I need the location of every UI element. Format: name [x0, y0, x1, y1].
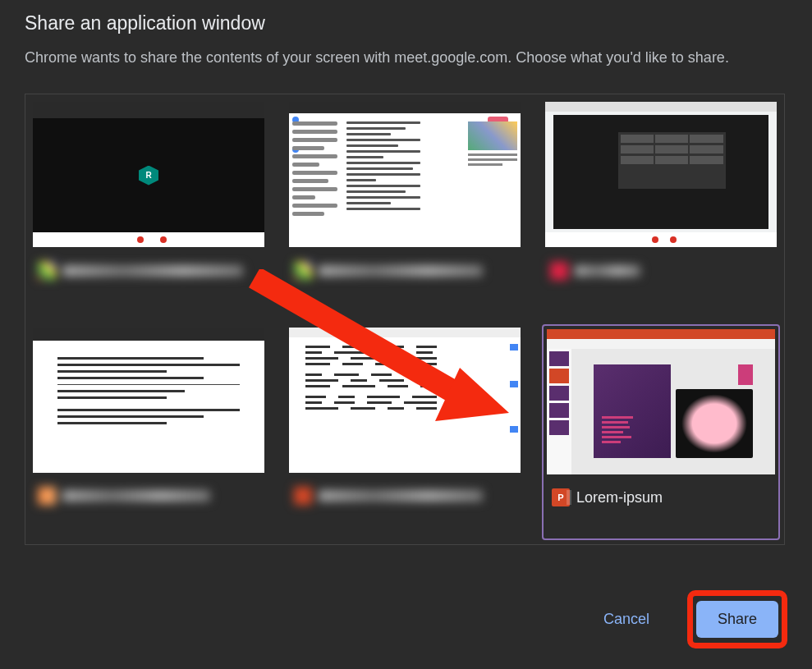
- modal-button-row: Cancel Share: [582, 590, 787, 648]
- window-grid-container: R: [25, 94, 785, 545]
- window-thumbnail: R: [33, 102, 264, 247]
- annotation-highlight: Share: [687, 590, 787, 648]
- window-option-editor[interactable]: [542, 99, 780, 312]
- window-label-blurred: [289, 473, 521, 512]
- window-label-blurred: [289, 247, 521, 286]
- share-button[interactable]: Share: [696, 601, 778, 638]
- cancel-button[interactable]: Cancel: [582, 601, 671, 638]
- window-label-blurred: [33, 247, 264, 286]
- window-thumbnail: [547, 329, 775, 474]
- window-label-blurred: [545, 247, 777, 286]
- avatar-badge: R: [139, 166, 158, 186]
- window-thumbnail: [289, 102, 521, 247]
- window-option-gmail[interactable]: [286, 99, 524, 312]
- window-grid: R: [30, 99, 780, 540]
- window-label-text: Lorem-ipsum: [576, 489, 663, 506]
- window-thumbnail: [289, 328, 521, 473]
- window-option-document[interactable]: [30, 324, 268, 541]
- share-application-modal: Share an application window Chrome wants…: [0, 0, 812, 545]
- window-option-powerpoint-selected[interactable]: P Lorem-ipsum: [542, 324, 780, 541]
- window-label: P Lorem-ipsum: [547, 474, 775, 514]
- window-option-spreadsheet[interactable]: [286, 324, 524, 541]
- modal-subtitle: Chrome wants to share the contents of yo…: [25, 47, 787, 69]
- window-thumbnail: [33, 328, 264, 473]
- window-label-blurred: [33, 473, 264, 512]
- modal-title: Share an application window: [25, 0, 787, 47]
- window-thumbnail: [545, 102, 777, 247]
- window-option-meet[interactable]: R: [30, 99, 268, 312]
- powerpoint-icon: P: [552, 488, 570, 506]
